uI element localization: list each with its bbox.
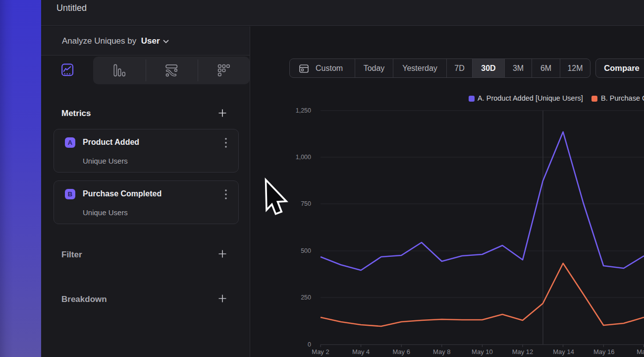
- svg-text:0: 0: [308, 341, 311, 348]
- svg-text:May 12: May 12: [512, 348, 534, 356]
- svg-text:500: 500: [301, 247, 311, 254]
- svg-text:May 4: May 4: [352, 348, 370, 356]
- svg-text:250: 250: [301, 294, 311, 301]
- svg-text:May 6: May 6: [392, 348, 410, 356]
- svg-text:1,250: 1,250: [296, 107, 311, 114]
- svg-text:May 16: May 16: [593, 348, 615, 356]
- svg-text:May 14: May 14: [553, 348, 574, 356]
- svg-text:May 10: May 10: [472, 348, 493, 356]
- svg-text:1,000: 1,000: [296, 154, 311, 161]
- svg-text:May 18: May 18: [637, 348, 644, 356]
- svg-text:750: 750: [301, 200, 311, 207]
- svg-text:May 8: May 8: [433, 348, 450, 356]
- svg-text:May 2: May 2: [312, 348, 329, 356]
